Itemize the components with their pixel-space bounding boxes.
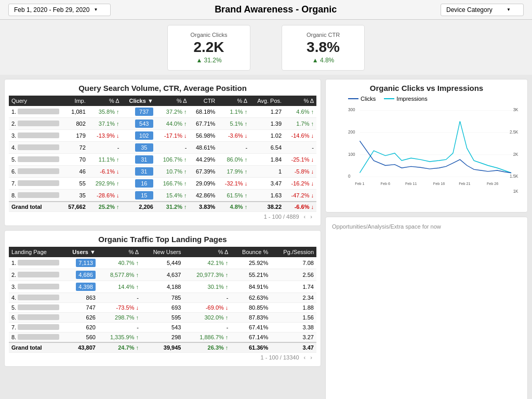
query-cell: 2.	[9, 118, 62, 130]
table-row: 8. 35 -28.6% ↓ 15 15.4% ↑ 42.86% 61.5% ↑…	[9, 190, 316, 202]
col-clicks[interactable]: Clicks ▼	[122, 96, 156, 106]
clicks-cell: 543	[122, 118, 156, 130]
device-category-dropdown[interactable]: Device Category	[441, 4, 524, 16]
landing-pagination-text: 1 - 100 / 13340	[261, 354, 299, 361]
gt-clicks-pct: 31.2% ↑	[156, 202, 190, 212]
ctr-cell: 29.09%	[190, 178, 218, 190]
chart-section: Organic Clicks vs Impressions Clicks Imp…	[325, 79, 528, 212]
users-cell: 4,686	[62, 269, 98, 281]
col-ctr: CTR	[190, 96, 218, 106]
imp-pct-cell: -28.6% ↓	[88, 190, 122, 202]
col-bounce: Bounce %	[231, 247, 271, 257]
avgpos-pct-cell: -25.1% ↓	[284, 154, 316, 166]
pg-session-cell: 2.56	[271, 269, 316, 281]
query-section-title: Query Search Volume, CTR, Average Positi…	[9, 84, 316, 92]
new-pct-cell: 30.1% ↑	[183, 281, 231, 293]
svg-text:Feb 26: Feb 26	[487, 181, 498, 186]
new-users-cell: 5,449	[141, 257, 183, 269]
ctr-pct-cell: 1.1% ↑	[218, 106, 250, 118]
ctr-pct-cell: 17.9% ↑	[218, 166, 250, 178]
gt-imp-pct: 25.2% ↑	[88, 202, 122, 212]
col-query: Query	[9, 96, 62, 106]
new-users-cell: 4,637	[141, 269, 183, 281]
col-avgpos-pct: % Δ	[284, 96, 316, 106]
query-cell: 1.	[9, 106, 62, 118]
landing-gt-label: Grand total	[9, 342, 62, 353]
next-icon[interactable]: ›	[310, 214, 312, 220]
col-users[interactable]: Users ▼	[62, 247, 98, 257]
table-row: 1. 1,081 35.8% ↑ 737 37.2% ↑ 68.18% 1.1%…	[9, 106, 316, 118]
bounce-cell: 87.83%	[231, 313, 271, 323]
clicks-pct-cell: 106.7% ↑	[156, 154, 190, 166]
impressions-legend-dot	[384, 98, 394, 99]
ctr-pct-cell: 61.5% ↑	[218, 190, 250, 202]
imp-pct-cell: 292.9% ↑	[88, 178, 122, 190]
date-range-dropdown[interactable]: Feb 1, 2020 - Feb 29, 2020	[8, 4, 111, 16]
next-icon[interactable]: ›	[310, 354, 312, 361]
clicks-cell: 737	[122, 106, 156, 118]
svg-text:Feb 6: Feb 6	[381, 181, 390, 186]
avg-pos-cell: 1.02	[250, 130, 284, 142]
landing-page-cell: 2.	[9, 269, 62, 281]
clicks-legend-label: Clicks	[361, 96, 376, 102]
svg-text:1K: 1K	[513, 188, 518, 193]
device-category-label: Device Category	[446, 6, 493, 14]
svg-text:0: 0	[348, 174, 351, 179]
new-users-cell: 4,188	[141, 281, 183, 293]
prev-icon[interactable]: ‹	[304, 354, 306, 361]
landing-table: Landing Page Users ▼ % Δ New Users % Δ B…	[9, 247, 316, 353]
table-row: 3. 179 -13.9% ↓ 102 -17.1% ↓ 56.98% -3.6…	[9, 130, 316, 142]
query-cell: 8.	[9, 190, 62, 202]
svg-text:300: 300	[348, 107, 355, 112]
gt-ctr-pct: 4.8% ↑	[218, 202, 250, 212]
ctr-cell: 44.29%	[190, 154, 218, 166]
landing-page-cell: 6.	[9, 313, 62, 323]
impressions-legend-label: Impressions	[396, 96, 427, 102]
placeholder-text: Opportunities/Analysis/Extra space for n…	[332, 223, 441, 230]
ctr-cell: 68.18%	[190, 106, 218, 118]
landing-page-cell: 1.	[9, 257, 62, 269]
table-row: 2. 4,686 8,577.8% ↑ 4,637 20,977.3% ↑ 55…	[9, 269, 316, 281]
clicks-cell: 31	[122, 154, 156, 166]
table-row: 5. 747 -73.5% ↓ 693 -69.0% ↓ 80.85% 1.88	[9, 303, 316, 313]
impressions-legend: Impressions	[384, 96, 427, 102]
lgt-users-pct: 24.7% ↑	[98, 342, 141, 353]
prev-icon[interactable]: ‹	[304, 214, 306, 220]
avg-pos-cell: 1.39	[250, 118, 284, 130]
ctr-pct-cell: -3.6% ↓	[218, 130, 250, 142]
placeholder-card: Opportunities/Analysis/Extra space for n…	[325, 217, 528, 399]
query-section: Query Search Volume, CTR, Average Positi…	[4, 79, 321, 226]
table-row: 3. 4,398 14.4% ↑ 4,188 30.1% ↑ 84.91% 1.…	[9, 281, 316, 293]
imp-pct-cell: -13.9% ↓	[88, 130, 122, 142]
imp-cell: 179	[62, 130, 88, 142]
lgt-users: 43,807	[62, 342, 98, 353]
lgt-new-users: 39,945	[141, 342, 183, 353]
col-landing-page: Landing Page	[9, 247, 62, 257]
bounce-cell: 80.85%	[231, 303, 271, 313]
col-imp: Imp.	[62, 96, 88, 106]
new-pct-cell: -	[183, 293, 231, 303]
right-panel: Organic Clicks vs Impressions Clicks Imp…	[325, 79, 528, 399]
avgpos-pct-cell: -14.6% ↓	[284, 130, 316, 142]
users-cell: 747	[62, 303, 98, 313]
clicks-cell: 35	[122, 142, 156, 154]
bounce-cell: 62.63%	[231, 293, 271, 303]
avg-pos-cell: 3.47	[250, 178, 284, 190]
table-row: 5. 70 11.1% ↑ 31 106.7% ↑ 44.29% 86.0% ↑…	[9, 154, 316, 166]
imp-pct-cell: -6.1% ↓	[88, 166, 122, 178]
imp-pct-cell: 37.1% ↑	[88, 118, 122, 130]
col-new-users: New Users	[141, 247, 183, 257]
avgpos-pct-cell: -	[284, 142, 316, 154]
table-row: 6. 626 298.7% ↑ 595 302.0% ↑ 87.83% 1.56	[9, 313, 316, 323]
users-cell: 7,113	[62, 257, 98, 269]
organic-ctr-value: 3.8%	[303, 39, 343, 56]
table-row: 7. 620 - 543 - 67.41% 3.38	[9, 323, 316, 332]
ctr-cell: 67.39%	[190, 166, 218, 178]
chart-legend: Clicks Impressions	[330, 96, 523, 102]
query-cell: 7.	[9, 178, 62, 190]
clicks-pct-cell: 15.4% ↑	[156, 190, 190, 202]
clicks-pct-cell: 44.0% ↑	[156, 118, 190, 130]
users-pct-cell: -	[98, 293, 141, 303]
landing-page-cell: 8.	[9, 332, 62, 343]
avg-pos-cell: 6.54	[250, 142, 284, 154]
